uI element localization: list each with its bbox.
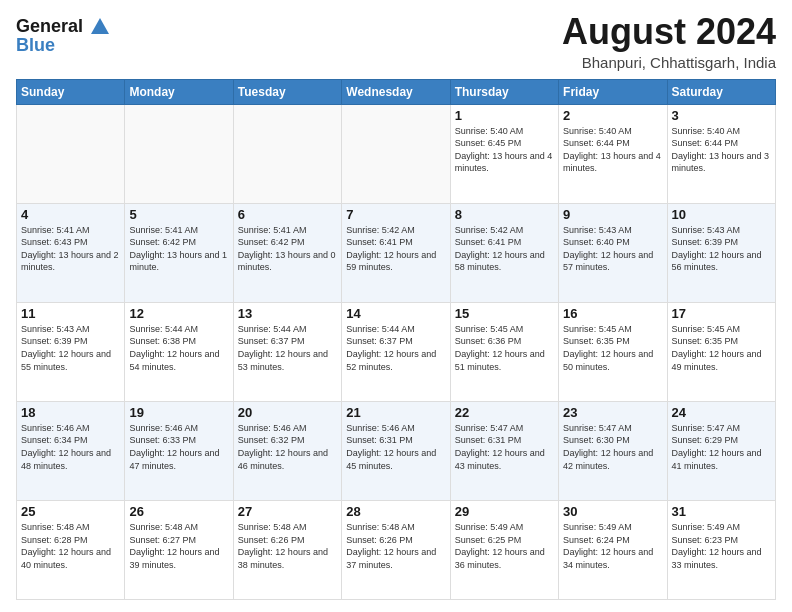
day-detail: Sunrise: 5:47 AMSunset: 6:31 PMDaylight:… [455,422,554,472]
calendar-header-wednesday: Wednesday [342,79,450,104]
day-number: 16 [563,306,662,321]
calendar-cell-14: 14Sunrise: 5:44 AMSunset: 6:37 PMDayligh… [342,302,450,401]
day-number: 18 [21,405,120,420]
day-number: 3 [672,108,771,123]
day-number: 7 [346,207,445,222]
day-detail: Sunrise: 5:48 AMSunset: 6:28 PMDaylight:… [21,521,120,571]
page: General Blue August 2024 Bhanpuri, Chhat… [0,0,792,612]
day-number: 30 [563,504,662,519]
calendar-cell-3: 3Sunrise: 5:40 AMSunset: 6:44 PMDaylight… [667,104,775,203]
day-detail: Sunrise: 5:49 AMSunset: 6:24 PMDaylight:… [563,521,662,571]
calendar-cell-10: 10Sunrise: 5:43 AMSunset: 6:39 PMDayligh… [667,203,775,302]
day-number: 6 [238,207,337,222]
day-detail: Sunrise: 5:47 AMSunset: 6:30 PMDaylight:… [563,422,662,472]
calendar-cell-20: 20Sunrise: 5:46 AMSunset: 6:32 PMDayligh… [233,401,341,500]
calendar-cell-22: 22Sunrise: 5:47 AMSunset: 6:31 PMDayligh… [450,401,558,500]
day-detail: Sunrise: 5:46 AMSunset: 6:34 PMDaylight:… [21,422,120,472]
logo-blue: Blue [16,36,112,56]
day-number: 17 [672,306,771,321]
calendar-header-tuesday: Tuesday [233,79,341,104]
day-detail: Sunrise: 5:47 AMSunset: 6:29 PMDaylight:… [672,422,771,472]
day-detail: Sunrise: 5:45 AMSunset: 6:35 PMDaylight:… [563,323,662,373]
day-number: 31 [672,504,771,519]
calendar-header-sunday: Sunday [17,79,125,104]
day-number: 8 [455,207,554,222]
day-detail: Sunrise: 5:46 AMSunset: 6:33 PMDaylight:… [129,422,228,472]
day-detail: Sunrise: 5:46 AMSunset: 6:31 PMDaylight:… [346,422,445,472]
logo: General Blue [16,16,112,56]
day-detail: Sunrise: 5:49 AMSunset: 6:25 PMDaylight:… [455,521,554,571]
day-detail: Sunrise: 5:44 AMSunset: 6:38 PMDaylight:… [129,323,228,373]
calendar-week-4: 18Sunrise: 5:46 AMSunset: 6:34 PMDayligh… [17,401,776,500]
calendar-cell-empty [125,104,233,203]
header: General Blue August 2024 Bhanpuri, Chhat… [16,12,776,71]
calendar-cell-7: 7Sunrise: 5:42 AMSunset: 6:41 PMDaylight… [342,203,450,302]
day-number: 11 [21,306,120,321]
title-block: August 2024 Bhanpuri, Chhattisgarh, Indi… [562,12,776,71]
day-detail: Sunrise: 5:48 AMSunset: 6:26 PMDaylight:… [346,521,445,571]
calendar-cell-2: 2Sunrise: 5:40 AMSunset: 6:44 PMDaylight… [559,104,667,203]
calendar-week-5: 25Sunrise: 5:48 AMSunset: 6:28 PMDayligh… [17,500,776,599]
day-number: 28 [346,504,445,519]
day-detail: Sunrise: 5:49 AMSunset: 6:23 PMDaylight:… [672,521,771,571]
day-detail: Sunrise: 5:41 AMSunset: 6:43 PMDaylight:… [21,224,120,274]
calendar-cell-29: 29Sunrise: 5:49 AMSunset: 6:25 PMDayligh… [450,500,558,599]
main-title: August 2024 [562,12,776,52]
day-number: 4 [21,207,120,222]
calendar-cell-12: 12Sunrise: 5:44 AMSunset: 6:38 PMDayligh… [125,302,233,401]
calendar-cell-19: 19Sunrise: 5:46 AMSunset: 6:33 PMDayligh… [125,401,233,500]
day-detail: Sunrise: 5:41 AMSunset: 6:42 PMDaylight:… [129,224,228,274]
calendar-cell-empty [342,104,450,203]
day-detail: Sunrise: 5:43 AMSunset: 6:40 PMDaylight:… [563,224,662,274]
calendar-cell-6: 6Sunrise: 5:41 AMSunset: 6:42 PMDaylight… [233,203,341,302]
calendar-header-friday: Friday [559,79,667,104]
calendar-header-row: SundayMondayTuesdayWednesdayThursdayFrid… [17,79,776,104]
calendar-cell-21: 21Sunrise: 5:46 AMSunset: 6:31 PMDayligh… [342,401,450,500]
day-detail: Sunrise: 5:40 AMSunset: 6:44 PMDaylight:… [672,125,771,175]
day-number: 2 [563,108,662,123]
day-number: 27 [238,504,337,519]
calendar-header-thursday: Thursday [450,79,558,104]
day-number: 29 [455,504,554,519]
day-detail: Sunrise: 5:48 AMSunset: 6:27 PMDaylight:… [129,521,228,571]
day-number: 21 [346,405,445,420]
day-detail: Sunrise: 5:42 AMSunset: 6:41 PMDaylight:… [346,224,445,274]
calendar-cell-17: 17Sunrise: 5:45 AMSunset: 6:35 PMDayligh… [667,302,775,401]
calendar-cell-11: 11Sunrise: 5:43 AMSunset: 6:39 PMDayligh… [17,302,125,401]
day-number: 19 [129,405,228,420]
calendar-cell-15: 15Sunrise: 5:45 AMSunset: 6:36 PMDayligh… [450,302,558,401]
calendar-cell-5: 5Sunrise: 5:41 AMSunset: 6:42 PMDaylight… [125,203,233,302]
calendar-cell-16: 16Sunrise: 5:45 AMSunset: 6:35 PMDayligh… [559,302,667,401]
day-number: 10 [672,207,771,222]
day-detail: Sunrise: 5:41 AMSunset: 6:42 PMDaylight:… [238,224,337,274]
calendar-cell-26: 26Sunrise: 5:48 AMSunset: 6:27 PMDayligh… [125,500,233,599]
calendar-cell-23: 23Sunrise: 5:47 AMSunset: 6:30 PMDayligh… [559,401,667,500]
day-number: 23 [563,405,662,420]
calendar-header-saturday: Saturday [667,79,775,104]
day-detail: Sunrise: 5:48 AMSunset: 6:26 PMDaylight:… [238,521,337,571]
day-number: 12 [129,306,228,321]
day-number: 13 [238,306,337,321]
day-number: 1 [455,108,554,123]
calendar-cell-27: 27Sunrise: 5:48 AMSunset: 6:26 PMDayligh… [233,500,341,599]
calendar-cell-1: 1Sunrise: 5:40 AMSunset: 6:45 PMDaylight… [450,104,558,203]
day-detail: Sunrise: 5:45 AMSunset: 6:35 PMDaylight:… [672,323,771,373]
calendar-cell-9: 9Sunrise: 5:43 AMSunset: 6:40 PMDaylight… [559,203,667,302]
svg-marker-0 [91,18,109,34]
day-number: 15 [455,306,554,321]
calendar-header-monday: Monday [125,79,233,104]
calendar-cell-28: 28Sunrise: 5:48 AMSunset: 6:26 PMDayligh… [342,500,450,599]
day-number: 24 [672,405,771,420]
day-detail: Sunrise: 5:40 AMSunset: 6:45 PMDaylight:… [455,125,554,175]
day-detail: Sunrise: 5:43 AMSunset: 6:39 PMDaylight:… [672,224,771,274]
calendar-cell-31: 31Sunrise: 5:49 AMSunset: 6:23 PMDayligh… [667,500,775,599]
calendar-cell-13: 13Sunrise: 5:44 AMSunset: 6:37 PMDayligh… [233,302,341,401]
calendar-cell-24: 24Sunrise: 5:47 AMSunset: 6:29 PMDayligh… [667,401,775,500]
day-number: 5 [129,207,228,222]
day-number: 22 [455,405,554,420]
calendar-week-3: 11Sunrise: 5:43 AMSunset: 6:39 PMDayligh… [17,302,776,401]
calendar-week-2: 4Sunrise: 5:41 AMSunset: 6:43 PMDaylight… [17,203,776,302]
day-detail: Sunrise: 5:42 AMSunset: 6:41 PMDaylight:… [455,224,554,274]
calendar-cell-18: 18Sunrise: 5:46 AMSunset: 6:34 PMDayligh… [17,401,125,500]
subtitle: Bhanpuri, Chhattisgarh, India [562,54,776,71]
